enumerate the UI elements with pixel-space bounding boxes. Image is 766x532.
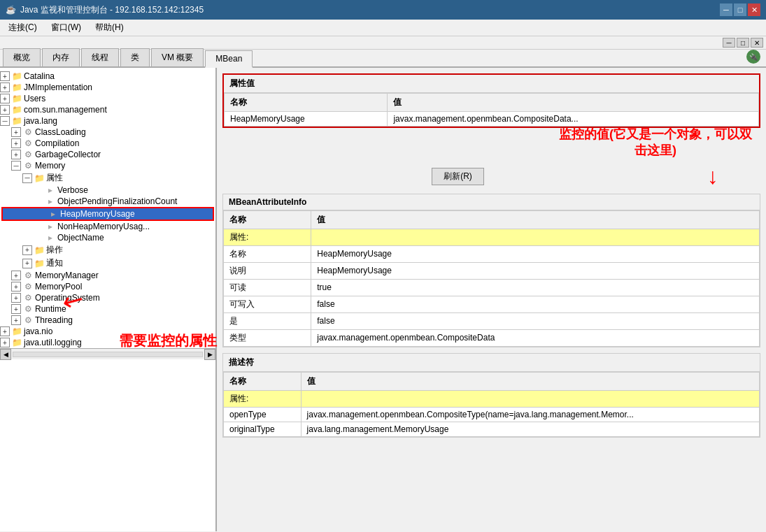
tree-node-icon-mempool: ⚙ (22, 282, 34, 292)
tree-expand-users[interactable]: + (0, 94, 10, 103)
tab-classes[interactable]: 类 (120, 48, 150, 66)
tree-expand-catalina[interactable]: + (0, 71, 10, 81)
desc-origtype-label: originalType (224, 422, 302, 436)
sec-close[interactable]: ✕ (751, 38, 763, 48)
refresh-button[interactable]: 刷新(R) (432, 168, 484, 185)
scroll-left[interactable]: ◀ (0, 349, 11, 360)
scroll-track[interactable] (13, 352, 203, 357)
tree-item-ops[interactable]: +📁操作 (0, 243, 215, 257)
tree-expand-runtime[interactable]: + (11, 304, 21, 314)
sec-maximize[interactable]: □ (737, 38, 749, 48)
tree-item-jmimpl[interactable]: +📁JMImplementation (0, 82, 215, 93)
tree-expand-attrs[interactable]: ─ (22, 173, 32, 183)
tree-item-objectpending[interactable]: ▸ObjectPendingFinalizationCount (0, 196, 215, 207)
menu-help[interactable]: 帮助(H) (90, 20, 129, 35)
mbean-writable-value: false (311, 296, 760, 312)
desc-highlight-row: 属性: (224, 390, 760, 407)
tab-vm[interactable]: VM 概要 (151, 48, 204, 66)
scroll-right[interactable]: ▶ (204, 349, 215, 360)
tree-expand-threading[interactable]: + (11, 315, 21, 325)
mbean-attr-section: MBeanAttributeInfo 名称 值 属性: 名称 HeapMem (222, 194, 760, 347)
mbean-name-value: HeapMemoryUsage (311, 245, 760, 262)
tree-node-icon-memory: ⚙ (22, 161, 34, 171)
tree-node-icon-notifs: 📁 (34, 259, 45, 268)
tree-node-icon-compilation: ⚙ (22, 138, 34, 148)
tree-node-icon-users: 📁 (11, 94, 22, 103)
tree-label-memmanager: MemoryManager (35, 271, 99, 280)
tree-expand-javanio[interactable]: + (0, 326, 10, 336)
tree-item-javanio[interactable]: +📁java.nio (0, 326, 215, 337)
tree-item-comsun[interactable]: +📁com.sun.management (0, 104, 215, 115)
minimize-button[interactable]: ─ (720, 3, 732, 16)
tree-item-users[interactable]: +📁Users (0, 93, 215, 104)
title-bar: ☕ Java 监视和管理控制台 - 192.168.152.142:12345 … (0, 0, 766, 20)
tree-label-gc: GarbageCollector (35, 150, 101, 159)
tree-expand-comsun[interactable]: + (0, 105, 10, 115)
tree-label-nonheap: NonHeapMemoryUsag... (57, 222, 150, 231)
sec-minimize[interactable]: ─ (723, 38, 735, 48)
tree-expand-jmimpl[interactable]: + (0, 82, 10, 92)
tree-item-threading[interactable]: +⚙Threading (0, 315, 215, 326)
tree-item-catalina[interactable]: +📁Catalina (0, 71, 215, 82)
tree-expand-memmanager[interactable]: + (11, 271, 21, 280)
tree-expand-notifs[interactable]: + (22, 259, 32, 268)
tree-label-opsys: OperatingSystem (35, 293, 100, 303)
tree-item-memmanager[interactable]: +⚙MemoryManager (0, 270, 215, 281)
menu-connect[interactable]: 连接(C) (3, 20, 43, 35)
attr-heap-name: HeapMemoryUsage (225, 112, 388, 127)
col-value-header: 值 (388, 94, 759, 112)
close-button[interactable]: ✕ (748, 3, 760, 16)
tree-label-heapmemory: HeapMemoryUsage (60, 209, 135, 219)
mbean-col-value: 值 (311, 210, 760, 229)
menu-window[interactable]: 窗口(W) (45, 20, 87, 35)
window-title: Java 监视和管理控制台 - 192.168.152.142:12345 (20, 4, 204, 16)
tree-item-notifs[interactable]: +📁通知 (0, 257, 215, 270)
tree-item-verbose[interactable]: ▸Verbose (0, 185, 215, 196)
desc-opentype-value: javax.management.openmbean.CompositeType… (301, 407, 759, 422)
tree-node-icon-ops: 📁 (34, 245, 45, 255)
refresh-row: 刷新(R) (222, 165, 693, 188)
tree-expand-ops[interactable]: + (22, 245, 32, 255)
tree-node-icon-gc: ⚙ (22, 150, 34, 159)
tab-overview[interactable]: 概览 (3, 48, 41, 66)
tree-expand-opsys[interactable]: + (11, 293, 21, 303)
tree-item-heapmemory[interactable]: ▸HeapMemoryUsage (1, 207, 214, 221)
tree-expand-mempool[interactable]: + (11, 282, 21, 292)
tree-item-mempool[interactable]: +⚙MemoryPool (0, 281, 215, 292)
tree-item-javautillogging[interactable]: +📁java.util.logging (0, 337, 215, 348)
tree-item-compilation[interactable]: +⚙Compilation (0, 138, 215, 149)
tree-item-opsys[interactable]: +⚙OperatingSystem (0, 292, 215, 303)
tree-expand-gc[interactable]: + (11, 150, 21, 159)
tree-item-objectname[interactable]: ▸ObjectName (0, 232, 215, 243)
mbean-is-label: 是 (224, 312, 311, 329)
refresh-area: 刷新(R) ↓ (222, 165, 760, 188)
app-icon: ☕ (6, 5, 16, 15)
tree-expand-memory[interactable]: ─ (11, 161, 21, 171)
mbean-type-value: javax.management.openmbean.CompositeData (311, 329, 760, 346)
tree-scrollbar[interactable]: ◀ ▶ (0, 348, 215, 359)
tree-item-attrs[interactable]: ─📁属性 (0, 171, 215, 185)
tree-panel: +📁Catalina+📁JMImplementation+📁Users+📁com… (0, 68, 217, 531)
attr-value-title: 属性值 (224, 75, 759, 93)
desc-opentype-label: openType (224, 407, 302, 422)
tree-item-gc[interactable]: +⚙GarbageCollector (0, 149, 215, 160)
tab-memory[interactable]: 内存 (42, 48, 80, 66)
tree-item-nonheap[interactable]: ▸NonHeapMemoryUsag... (0, 221, 215, 232)
tree-expand-javautillogging[interactable]: + (0, 338, 10, 347)
maximize-button[interactable]: □ (734, 3, 746, 16)
tree-expand-classloading[interactable]: + (11, 127, 21, 137)
mbean-row-readable: 可读 true (224, 279, 760, 296)
tree-item-runtime[interactable]: +⚙Runtime (0, 303, 215, 315)
tree-item-classloading[interactable]: +⚙ClassLoading (0, 127, 215, 138)
attr-heap-value: javax.management.openmbean.CompositeData… (388, 112, 759, 127)
attr-heap-row[interactable]: HeapMemoryUsage javax.management.openmbe… (225, 112, 759, 127)
tree-expand-javalang[interactable]: ─ (0, 116, 10, 126)
tab-threads[interactable]: 线程 (81, 48, 119, 66)
tab-mbean[interactable]: MBean (205, 50, 253, 68)
tree-item-memory[interactable]: ─⚙Memory (0, 160, 215, 171)
desc-highlight-name: 属性: (224, 390, 302, 407)
mbean-attr-title: MBeanAttributeInfo (223, 194, 760, 210)
tree-item-javalang[interactable]: ─📁java.lang (0, 115, 215, 127)
tree-label-notifs: 通知 (46, 257, 63, 269)
tree-expand-compilation[interactable]: + (11, 138, 21, 148)
